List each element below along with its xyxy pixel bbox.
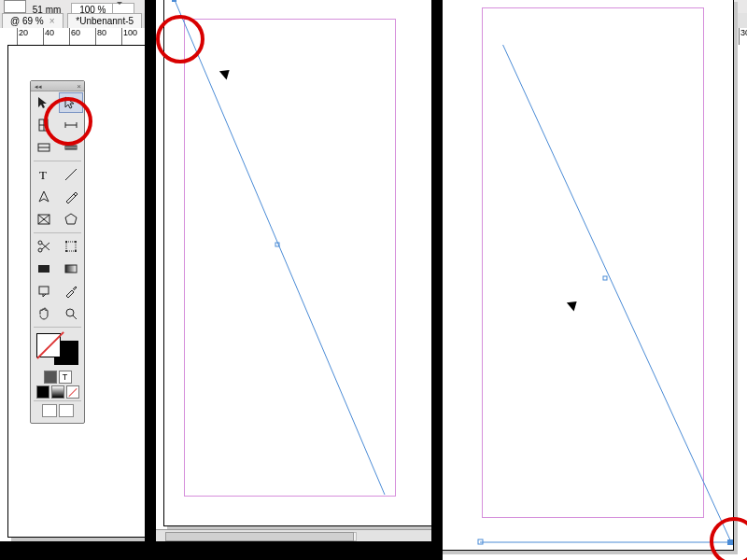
canvas-middle[interactable] (156, 0, 431, 560)
svg-rect-21 (603, 276, 607, 280)
h-ruler[interactable]: 20 40 60 80 100 (0, 28, 145, 46)
svg-point-9 (65, 241, 67, 243)
hand-tool[interactable] (32, 303, 57, 324)
svg-point-11 (65, 250, 67, 252)
pencil-tool[interactable] (59, 187, 84, 207)
measure-tool[interactable] (59, 137, 84, 158)
panel-header[interactable]: ◂◂ × (31, 81, 84, 91)
close-icon[interactable]: × (77, 82, 81, 91)
view-mode-normal[interactable] (42, 404, 57, 417)
content-tool[interactable] (32, 137, 57, 158)
apply-color[interactable] (36, 385, 49, 399)
page-tool[interactable] (32, 115, 57, 135)
svg-rect-18 (172, 0, 176, 2)
svg-rect-8 (66, 242, 76, 251)
scroll-thumb[interactable] (165, 532, 354, 541)
svg-point-10 (75, 241, 77, 243)
svg-line-20 (499, 45, 732, 544)
selected-line[interactable] (156, 0, 431, 560)
ruler-tick: 80 (95, 28, 106, 45)
ruler-tick: 100 (121, 28, 137, 45)
scissors-tool[interactable] (32, 236, 57, 257)
tools-panel[interactable]: ◂◂ × (30, 80, 85, 424)
direct-selection-tool[interactable] (59, 92, 84, 113)
ruler-tick: 60 (69, 28, 80, 45)
top-bar-left: 51 mm 100 % (0, 0, 145, 14)
svg-point-16 (66, 309, 74, 316)
type-tool[interactable]: T (32, 164, 57, 185)
none-indicator-icon (35, 331, 68, 365)
ruler-tick: 40 (43, 28, 54, 45)
canvas-right[interactable] (443, 45, 747, 560)
h-scrollbar[interactable] (156, 529, 431, 541)
ruler-tick: 20 (17, 28, 28, 45)
svg-point-7 (38, 241, 42, 245)
gradient-swatch-tool[interactable] (32, 259, 57, 279)
svg-text:T: T (39, 168, 47, 182)
lock-icon (4, 0, 26, 13)
tab-doc1[interactable]: @ 69 %× (2, 13, 63, 28)
eyedropper-tool[interactable] (59, 281, 84, 301)
free-transform-tool[interactable] (59, 236, 84, 257)
bottom-divider (0, 541, 145, 560)
zoom-tool[interactable] (59, 303, 84, 324)
fill-stroke-swatch[interactable] (35, 331, 80, 367)
ruler-tick: 300 (739, 28, 747, 45)
svg-rect-14 (65, 265, 77, 273)
container-formatting[interactable] (44, 371, 57, 384)
rectangle-frame-tool[interactable] (32, 209, 57, 230)
svg-rect-22 (727, 539, 733, 545)
svg-line-17 (175, 0, 385, 495)
selection-tool[interactable] (32, 92, 57, 113)
tab-doc2[interactable]: *Unbenannt-5 (67, 13, 142, 28)
svg-rect-15 (39, 287, 49, 294)
svg-point-12 (75, 250, 77, 252)
panel-divider (431, 0, 443, 560)
polygon-tool[interactable] (59, 209, 84, 230)
apply-none[interactable] (66, 385, 79, 399)
svg-rect-13 (38, 265, 49, 273)
gradient-tool[interactable] (59, 259, 84, 279)
note-tool[interactable] (32, 281, 57, 301)
view-mode-preview[interactable] (59, 404, 74, 417)
pen-tool[interactable] (32, 187, 57, 207)
svg-point-6 (38, 248, 42, 252)
selected-line[interactable] (443, 45, 747, 560)
apply-gradient[interactable] (51, 385, 64, 399)
collapse-icon[interactable]: ◂◂ (35, 83, 42, 91)
svg-marker-5 (65, 214, 77, 224)
gap-tool[interactable] (59, 115, 84, 135)
panel-divider (145, 0, 156, 560)
line-tool[interactable] (59, 164, 84, 185)
close-icon[interactable]: × (49, 16, 55, 26)
text-formatting[interactable]: T (59, 371, 72, 384)
document-tabs: @ 69 %× *Unbenannt-5 (0, 13, 145, 29)
bottom-divider (156, 541, 431, 560)
